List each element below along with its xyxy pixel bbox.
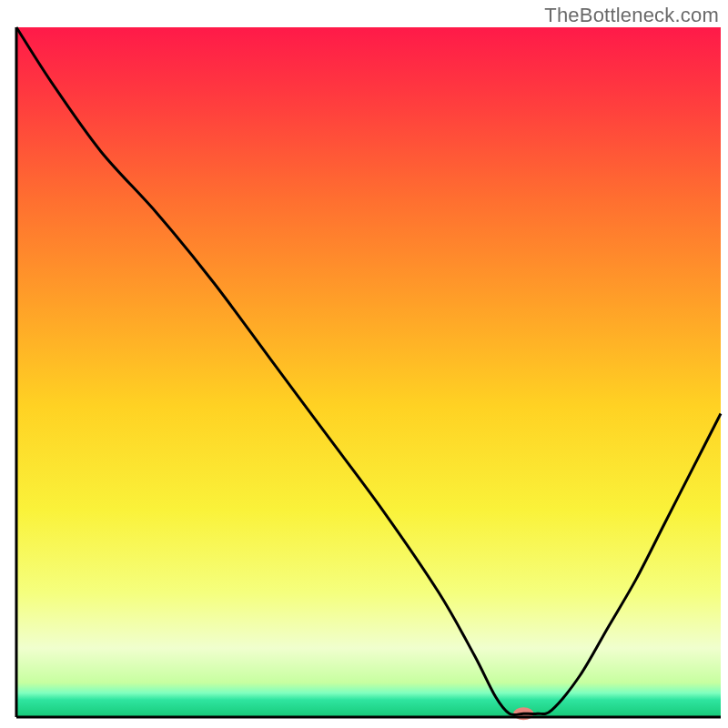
chart-svg <box>0 0 728 728</box>
watermark-text: TheBottleneck.com <box>544 4 719 27</box>
bottleneck-chart: TheBottleneck.com <box>0 0 728 728</box>
